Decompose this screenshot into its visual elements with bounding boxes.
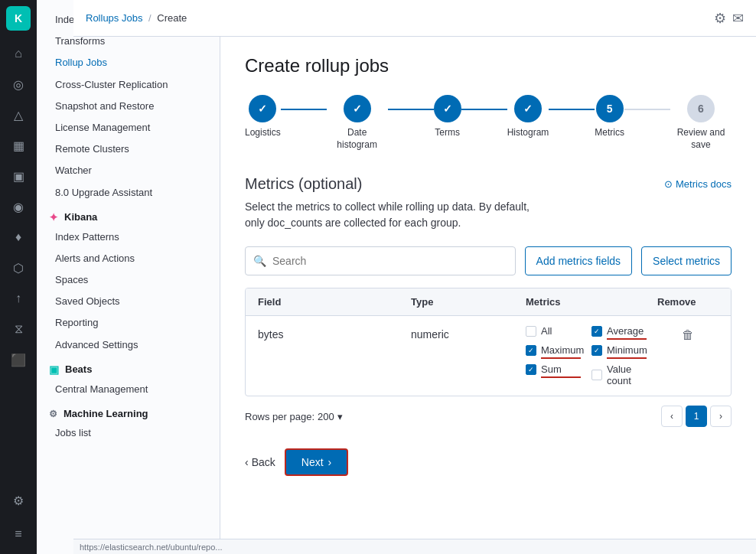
nav-icon-settings[interactable]: ⚙ xyxy=(5,490,32,517)
section-description: Select the metrics to collect while roll… xyxy=(245,199,732,231)
step-circle-histogram: ✓ xyxy=(514,95,542,122)
nav-icon-dashboard[interactable]: ▦ xyxy=(5,132,32,159)
metric-sum-wrapper: ✓ Sum xyxy=(526,363,591,386)
select-metrics-button[interactable]: Select metrics xyxy=(641,246,732,275)
settings-icon[interactable]: ⚙ xyxy=(714,10,726,27)
sidebar-item-index-patterns[interactable]: Index Patterns xyxy=(37,226,220,248)
checkbox-maximum[interactable]: ✓ xyxy=(526,345,536,356)
docs-icon: ⊙ xyxy=(664,178,673,190)
nav-icon-maps[interactable]: ◉ xyxy=(5,193,32,220)
next-button[interactable]: Next › xyxy=(285,448,348,476)
connector-5 xyxy=(624,109,670,110)
checkbox-average[interactable]: ✓ xyxy=(591,326,602,337)
step-date-histogram[interactable]: ✓ Date histogram xyxy=(327,95,388,151)
notifications-icon[interactable]: ✉ xyxy=(732,10,744,27)
rows-per-page[interactable]: Rows per page: 200 ▾ xyxy=(245,411,343,422)
sidebar-item-jobs-list[interactable]: Jobs list xyxy=(37,422,220,444)
sidebar-item-rollup-jobs[interactable]: Rollup Jobs xyxy=(37,52,220,73)
step-label-review: Review and save xyxy=(670,127,732,151)
sidebar-item-watcher[interactable]: Watcher xyxy=(37,160,220,181)
prev-page-button[interactable]: ‹ xyxy=(661,406,683,427)
step-terms[interactable]: ✓ Terms xyxy=(434,95,461,139)
sidebar-item-upgrade-assistant[interactable]: 8.0 Upgrade Assistant xyxy=(37,182,220,204)
icon-bar: K ⌂ ◎ △ ▦ ▣ ◉ ♦ ⬡ ↑ ⧖ ⬛ ⚙ ≡ xyxy=(0,0,37,554)
status-bar: https://elasticsearch.net/ubuntu/repo... xyxy=(73,539,756,554)
checkbox-value-count[interactable] xyxy=(591,370,602,380)
nav-icon-canvas[interactable]: ▣ xyxy=(5,162,32,190)
step-circle-logistics: ✓ xyxy=(249,95,276,122)
metric-minimum-wrapper: ✓ Minimum xyxy=(591,344,657,359)
next-arrow-icon: › xyxy=(328,456,332,468)
step-circle-metrics: 5 xyxy=(596,95,624,122)
checkbox-all[interactable] xyxy=(526,326,536,337)
step-circle-review: 6 xyxy=(687,95,715,122)
sidebar-item-spaces[interactable]: Spaces xyxy=(37,269,220,291)
minimum-underline xyxy=(607,357,647,359)
beats-icon: ▣ xyxy=(49,363,59,376)
docs-link[interactable]: ⊙ Metrics docs xyxy=(664,178,732,190)
average-underline xyxy=(607,338,647,340)
back-arrow-icon: ‹ xyxy=(245,456,249,468)
breadcrumb-parent[interactable]: Rollups Jobs xyxy=(86,12,142,24)
sidebar-item-license-management[interactable]: License Management xyxy=(37,117,220,138)
nav-icon-home[interactable]: ⌂ xyxy=(5,40,32,67)
sidebar: Index Lifecycle Policies Transforms Roll… xyxy=(37,0,220,554)
type-numeric: numeric xyxy=(411,325,526,341)
col-type: Type xyxy=(411,296,526,308)
step-label-logistics: Logistics xyxy=(245,127,281,139)
step-logistics[interactable]: ✓ Logistics xyxy=(245,95,281,139)
kibana-icon: ✦ xyxy=(49,211,58,223)
metrics-checkboxes: All ✓ Average xyxy=(526,325,657,386)
add-metrics-button[interactable]: Add metrics fields xyxy=(525,246,632,275)
page-1-button[interactable]: 1 xyxy=(686,406,707,427)
sidebar-item-snapshot-restore[interactable]: Snapshot and Restore xyxy=(37,96,220,117)
sidebar-item-reporting[interactable]: Reporting xyxy=(37,312,220,334)
sidebar-item-alerts-actions[interactable]: Alerts and Actions xyxy=(37,248,220,269)
metric-average[interactable]: ✓ Average xyxy=(591,325,657,337)
metric-value-count-wrapper: Value count xyxy=(591,363,657,386)
nav-icon-apm[interactable]: ⧖ xyxy=(5,315,32,343)
sidebar-item-saved-objects[interactable]: Saved Objects xyxy=(37,291,220,312)
nav-icon-ml[interactable]: ♦ xyxy=(5,223,32,251)
metric-value-count-label: Value count xyxy=(607,363,657,386)
metric-maximum-label: Maximum xyxy=(541,344,584,356)
trash-icon[interactable]: 🗑 xyxy=(682,328,694,342)
step-review[interactable]: 6 Review and save xyxy=(670,95,732,151)
sidebar-item-cross-cluster-replication[interactable]: Cross-Cluster Replication xyxy=(37,74,220,96)
nav-icon-graph[interactable]: ⬡ xyxy=(5,254,32,282)
ml-icon: ⚙ xyxy=(49,409,57,419)
breadcrumb-current: Create xyxy=(157,12,187,24)
pagination: Rows per page: 200 ▾ ‹ 1 › xyxy=(245,396,732,436)
checkbox-sum[interactable]: ✓ xyxy=(526,364,536,375)
connector-3 xyxy=(461,109,507,110)
nav-icon-visualize[interactable]: △ xyxy=(5,101,32,129)
nav-icon-uptime[interactable]: ↑ xyxy=(5,285,32,312)
metric-average-label: Average xyxy=(607,325,644,337)
sidebar-item-remote-clusters[interactable]: Remote Clusters xyxy=(37,138,220,160)
connector-1 xyxy=(281,109,327,110)
col-remove: Remove xyxy=(657,296,719,308)
metric-minimum-label: Minimum xyxy=(607,344,647,356)
metric-maximum[interactable]: ✓ Maximum xyxy=(526,344,591,356)
next-page-button[interactable]: › xyxy=(710,406,732,427)
nav-icon-collapse[interactable]: ≡ xyxy=(5,520,32,548)
breadcrumb-separator: / xyxy=(148,12,152,24)
top-bar-actions: ⚙ ✉ xyxy=(714,10,744,27)
app-logo[interactable]: K xyxy=(6,6,31,31)
sidebar-item-advanced-settings[interactable]: Advanced Settings xyxy=(37,334,220,356)
nav-icon-discover[interactable]: ◎ xyxy=(5,70,32,98)
col-metrics: Metrics xyxy=(526,296,657,308)
metric-value-count[interactable]: Value count xyxy=(591,363,657,386)
checkbox-minimum[interactable]: ✓ xyxy=(591,345,602,356)
metric-minimum[interactable]: ✓ Minimum xyxy=(591,344,657,356)
search-input[interactable] xyxy=(272,255,507,267)
step-histogram[interactable]: ✓ Histogram xyxy=(507,95,549,139)
metric-sum[interactable]: ✓ Sum xyxy=(526,363,591,375)
metric-sum-label: Sum xyxy=(541,363,562,375)
step-metrics[interactable]: 5 Metrics xyxy=(595,95,624,139)
back-button[interactable]: ‹ Back xyxy=(245,448,275,476)
search-box[interactable]: 🔍 xyxy=(245,246,516,275)
metric-all[interactable]: All xyxy=(526,325,591,337)
sidebar-item-central-management[interactable]: Central Management xyxy=(37,379,220,400)
nav-icon-siem[interactable]: ⬛ xyxy=(5,346,32,373)
